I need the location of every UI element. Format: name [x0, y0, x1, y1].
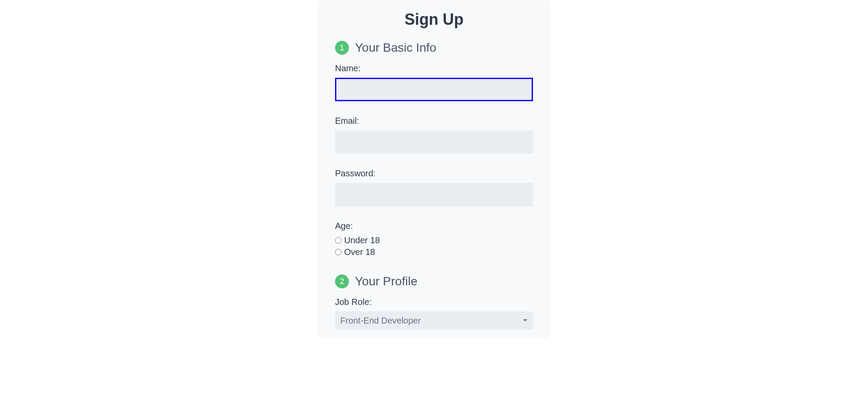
section-1-legend: 1 Your Basic Info [335, 41, 533, 55]
signup-form-card: Sign Up 1 Your Basic Info Name: Email: P… [318, 0, 550, 338]
section-2-title: Your Profile [355, 274, 418, 288]
section-1-badge: 1 [335, 41, 349, 55]
age-under-18-label: Under 18 [344, 235, 380, 245]
section-1-title: Your Basic Info [355, 41, 436, 55]
jobrole-select[interactable]: Front-End Developer [335, 311, 533, 330]
email-label: Email: [335, 116, 533, 126]
age-over-18-radio[interactable] [335, 249, 342, 255]
section-2-badge: 2 [335, 274, 349, 288]
age-under-18-radio[interactable] [335, 237, 342, 244]
jobrole-field-group: Job Role: Front-End Developer [335, 297, 533, 330]
password-input[interactable] [335, 183, 533, 206]
email-input[interactable] [335, 130, 533, 154]
password-field-group: Password: [335, 169, 533, 206]
jobrole-label: Job Role: [335, 297, 533, 307]
name-label: Name: [335, 63, 533, 73]
name-field-group: Name: [335, 63, 533, 101]
age-under-18-row: Under 18 [335, 235, 533, 245]
age-label: Age: [335, 221, 533, 231]
age-over-18-label: Over 18 [344, 247, 375, 257]
email-field-group: Email: [335, 116, 533, 154]
section-2-legend: 2 Your Profile [335, 274, 533, 288]
age-over-18-row: Over 18 [335, 247, 533, 257]
age-field-group: Age: Under 18 Over 18 [335, 221, 533, 257]
name-input[interactable] [335, 78, 533, 101]
password-label: Password: [335, 169, 533, 179]
page-title: Sign Up [335, 10, 533, 29]
